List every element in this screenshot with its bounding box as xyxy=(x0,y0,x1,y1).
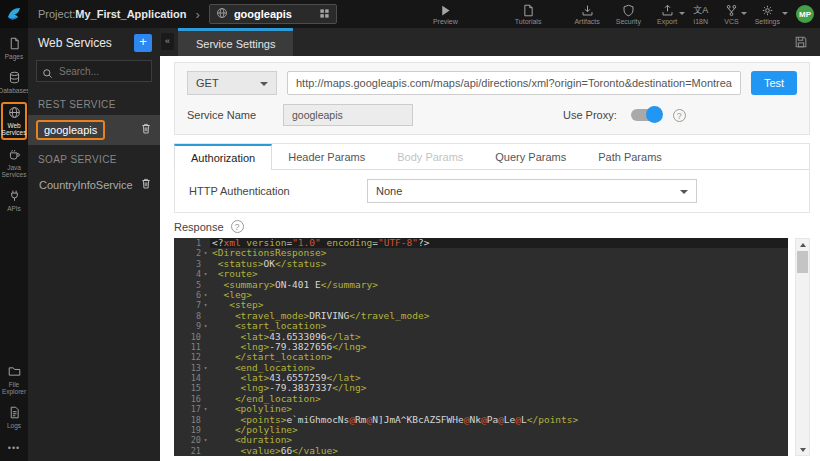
line-number: 8 xyxy=(174,311,210,321)
line-number: 17▾ xyxy=(174,404,210,414)
sidebar-item-file-explorer[interactable]: File Explorer xyxy=(1,362,27,398)
response-help-icon[interactable]: ? xyxy=(231,220,244,233)
request-form: GET Test Service Name Use Proxy: ? xyxy=(174,62,810,135)
project-name: My_First_Application xyxy=(75,8,186,20)
line-number: 1 xyxy=(174,238,210,248)
line-number: 11 xyxy=(174,342,210,352)
editor-scrollbar[interactable] xyxy=(795,238,810,456)
globe-icon xyxy=(216,5,228,23)
gear-icon xyxy=(761,4,774,17)
fold-arrow-icon[interactable]: ▾ xyxy=(201,300,210,310)
tab-authorization[interactable]: Authorization xyxy=(174,144,272,170)
line-number: 13▾ xyxy=(174,363,210,373)
page-icon xyxy=(8,37,21,51)
security-button[interactable]: Security xyxy=(610,4,647,25)
line-number: 16 xyxy=(174,394,210,404)
editor-tab-bar: « Service Settings xyxy=(160,28,820,56)
toggle-knob xyxy=(646,106,663,123)
breadcrumb-project: Project:My_First_Application xyxy=(38,8,187,20)
service-name: CountryInfoService xyxy=(36,179,133,191)
fold-arrow-icon[interactable]: ▾ xyxy=(201,363,210,373)
sidebar-item-apis[interactable]: APIs xyxy=(1,186,27,215)
sidebar-item-pages[interactable]: Pages xyxy=(1,34,27,63)
scroll-down-icon[interactable] xyxy=(796,444,809,455)
service-item-countryinfoservice[interactable]: CountryInfoService xyxy=(28,170,160,200)
scroll-up-icon[interactable] xyxy=(796,239,809,250)
service-name-input[interactable] xyxy=(283,104,413,126)
shield-icon xyxy=(622,4,635,17)
app-window: Project:My_First_Application › googleapi… xyxy=(0,0,820,461)
line-number: 7▾ xyxy=(174,300,210,310)
fold-arrow-icon[interactable]: ▾ xyxy=(201,404,210,414)
tab-header-params[interactable]: Header Params xyxy=(272,144,381,169)
search-input[interactable] xyxy=(36,60,152,82)
fold-arrow-icon[interactable]: ▾ xyxy=(201,248,210,258)
use-proxy-label: Use Proxy: xyxy=(563,109,617,121)
fold-arrow-icon[interactable]: ▾ xyxy=(201,321,210,331)
service-selector-dropdown[interactable]: googleapis xyxy=(209,4,337,24)
service-settings-content: GET Test Service Name Use Proxy: ? Autho… xyxy=(160,56,820,461)
save-icon[interactable] xyxy=(794,28,808,56)
folder-icon xyxy=(8,365,21,379)
database-icon xyxy=(8,71,21,85)
code-line: 3 <status>OK</status> xyxy=(174,259,788,269)
main-area: « Service Settings GET Test Service Name… xyxy=(160,28,820,461)
grid-icon[interactable] xyxy=(319,5,330,23)
sidebar-item-java-services[interactable]: Java Services xyxy=(1,145,27,181)
play-icon xyxy=(439,4,452,17)
sidebar-item-logs[interactable]: Logs xyxy=(1,403,27,432)
request-url-input[interactable] xyxy=(287,71,741,95)
preview-button[interactable]: Preview xyxy=(427,4,464,25)
code-line: 21 <value>66</value> xyxy=(174,446,788,456)
line-number: 18 xyxy=(174,415,210,425)
document-icon xyxy=(522,4,535,17)
export-button[interactable]: Export xyxy=(651,4,683,25)
http-authentication-select[interactable]: None xyxy=(367,179,697,203)
trash-icon[interactable] xyxy=(140,121,152,139)
fold-arrow-icon[interactable]: ▾ xyxy=(201,269,210,279)
user-avatar[interactable]: MP xyxy=(796,5,814,23)
response-editor[interactable]: 1<?xml version="1.0" encoding="UTF-8"?>2… xyxy=(174,238,788,456)
wavemaker-logo[interactable] xyxy=(0,0,28,28)
branch-icon xyxy=(725,4,738,17)
tutorials-button[interactable]: Tutorials xyxy=(509,4,548,25)
i18n-button[interactable]: 文Ai18N xyxy=(687,4,714,25)
add-service-button[interactable]: + xyxy=(134,34,152,52)
line-number: 9▾ xyxy=(174,321,210,331)
top-bar: Project:My_First_Application › googleapi… xyxy=(0,0,820,28)
settings-button[interactable]: Settings xyxy=(749,4,786,25)
test-button[interactable]: Test xyxy=(751,71,797,95)
service-name-label: Service Name xyxy=(187,109,283,121)
section-label: SOAP SERVICE xyxy=(28,145,160,170)
code-line: 5 <summary>ON-401 E</summary> xyxy=(174,280,788,290)
line-number: 3 xyxy=(174,259,210,269)
vcs-button[interactable]: VCS xyxy=(718,4,744,25)
proxy-help-icon[interactable]: ? xyxy=(673,109,686,122)
web-services-panel: Web Services + REST SERVICEgoogleapisSOA… xyxy=(28,28,160,461)
chevron-down-icon xyxy=(782,12,788,15)
line-number: 15 xyxy=(174,383,210,393)
service-name: googleapis xyxy=(36,120,105,140)
http-authentication-label: HTTP Authentication xyxy=(189,185,367,197)
params-panel: AuthorizationHeader ParamsBody ParamsQue… xyxy=(174,143,810,213)
tab-query-params[interactable]: Query Params xyxy=(479,144,582,169)
sidebar-item-databases[interactable]: Databases xyxy=(1,68,27,97)
service-item-googleapis[interactable]: googleapis xyxy=(28,115,160,145)
tab-service-settings[interactable]: Service Settings xyxy=(178,28,293,56)
use-proxy-toggle[interactable] xyxy=(631,109,661,121)
trash-icon[interactable] xyxy=(140,176,152,194)
fold-arrow-icon[interactable]: ▾ xyxy=(201,435,210,445)
collapse-panel-button[interactable]: « xyxy=(161,33,174,50)
sidebar-item-web-services[interactable]: Web Services xyxy=(1,102,27,140)
http-method-select[interactable]: GET xyxy=(187,71,277,95)
topbar-actions: ArtifactsSecurityExport文Ai18NVCSSettings… xyxy=(568,4,820,25)
panel-title: Web Services xyxy=(38,36,134,50)
line-number: 4▾ xyxy=(174,269,210,279)
tab-path-params[interactable]: Path Params xyxy=(582,144,678,169)
scrollbar-thumb[interactable] xyxy=(797,251,808,273)
fold-arrow-icon[interactable]: ▾ xyxy=(201,290,210,300)
more-options-icon[interactable]: ••• xyxy=(8,437,20,461)
log-doc-icon xyxy=(8,406,21,420)
line-number: 20▾ xyxy=(174,435,210,445)
artifacts-button[interactable]: Artifacts xyxy=(568,4,605,25)
